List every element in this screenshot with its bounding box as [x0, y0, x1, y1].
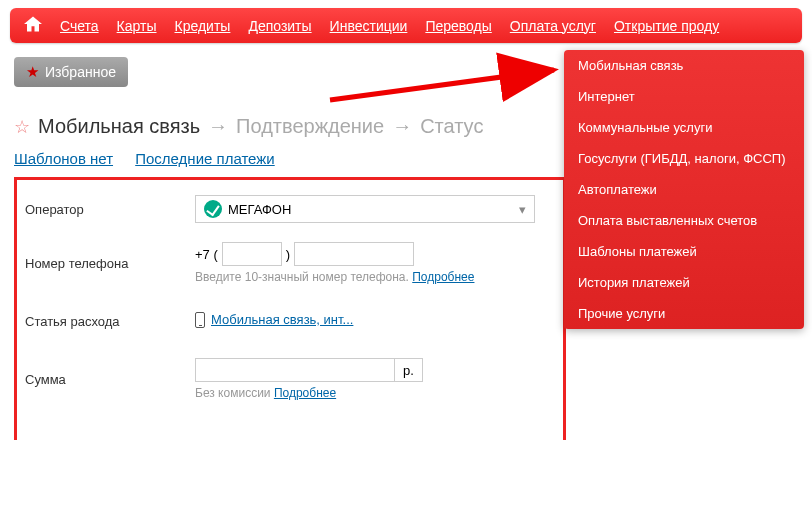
favorites-label: Избранное: [45, 64, 116, 80]
breadcrumb-step-3: Статус: [420, 115, 483, 138]
expense-label: Статья расхода: [25, 314, 195, 329]
dropdown-item-autopay[interactable]: Автоплатежи: [564, 174, 804, 205]
chevron-down-icon: ▾: [519, 202, 526, 217]
phone-icon: [195, 312, 205, 328]
dropdown-item-history[interactable]: История платежей: [564, 267, 804, 298]
favorites-button[interactable]: ★ Избранное: [14, 57, 128, 87]
nav-investments[interactable]: Инвестиции: [330, 18, 408, 34]
sum-input[interactable]: [195, 358, 395, 382]
operator-select[interactable]: МЕГАФОН ▾: [195, 195, 535, 223]
dropdown-item-mobile[interactable]: Мобильная связь: [564, 50, 804, 81]
payments-dropdown: Мобильная связь Интернет Коммунальные ус…: [564, 50, 804, 329]
expense-category-link[interactable]: Мобильная связь, инт...: [195, 312, 353, 328]
phone-paren: ): [286, 247, 290, 262]
tab-no-templates[interactable]: Шаблонов нет: [14, 150, 113, 167]
operator-label: Оператор: [25, 202, 195, 217]
expense-link-text: Мобильная связь, инт...: [211, 312, 353, 327]
main-navbar: Счета Карты Кредиты Депозиты Инвестиции …: [10, 8, 802, 43]
phone-number-input[interactable]: [294, 242, 414, 266]
svg-line-0: [330, 70, 554, 100]
dropdown-item-templates[interactable]: Шаблоны платежей: [564, 236, 804, 267]
nav-transfers[interactable]: Переводы: [425, 18, 491, 34]
nav-open-products[interactable]: Открытие проду: [614, 18, 719, 34]
phone-hint: Введите 10-значный номер телефона.: [195, 270, 409, 284]
breadcrumb-arrow-icon: →: [392, 115, 412, 138]
phone-label: Номер телефона: [25, 256, 195, 271]
dropdown-item-bills[interactable]: Оплата выставленных счетов: [564, 205, 804, 236]
breadcrumb-step-1: Мобильная связь: [38, 115, 200, 138]
dropdown-item-internet[interactable]: Интернет: [564, 81, 804, 112]
phone-more-link[interactable]: Подробнее: [412, 270, 474, 284]
currency-label: р.: [395, 358, 423, 382]
sum-more-link[interactable]: Подробнее: [274, 386, 336, 400]
star-icon: ★: [26, 63, 39, 81]
home-icon[interactable]: [24, 16, 42, 35]
dropdown-item-gov[interactable]: Госуслуги (ГИБДД, налоги, ФССП): [564, 143, 804, 174]
nav-deposits[interactable]: Депозиты: [248, 18, 311, 34]
operator-value: МЕГАФОН: [228, 202, 291, 217]
star-outline-icon[interactable]: ☆: [14, 116, 30, 138]
dropdown-item-other[interactable]: Прочие услуги: [564, 298, 804, 329]
phone-prefix: +7 (: [195, 247, 218, 262]
dropdown-item-utilities[interactable]: Коммунальные услуги: [564, 112, 804, 143]
annotation-arrow: [330, 68, 570, 111]
nav-payments[interactable]: Оплата услуг: [510, 18, 596, 34]
breadcrumb-arrow-icon: →: [208, 115, 228, 138]
megafon-icon: [204, 200, 222, 218]
payment-form: Оператор МЕГАФОН ▾ Номер телефона +7 ( )…: [14, 177, 566, 440]
breadcrumb-step-2: Подтверждение: [236, 115, 384, 138]
nav-accounts[interactable]: Счета: [60, 18, 99, 34]
sum-hint: Без комиссии: [195, 386, 271, 400]
nav-credits[interactable]: Кредиты: [175, 18, 231, 34]
phone-code-input[interactable]: [222, 242, 282, 266]
tab-recent-payments[interactable]: Последние платежи: [135, 150, 275, 167]
nav-cards[interactable]: Карты: [117, 18, 157, 34]
sum-label: Сумма: [25, 372, 195, 387]
